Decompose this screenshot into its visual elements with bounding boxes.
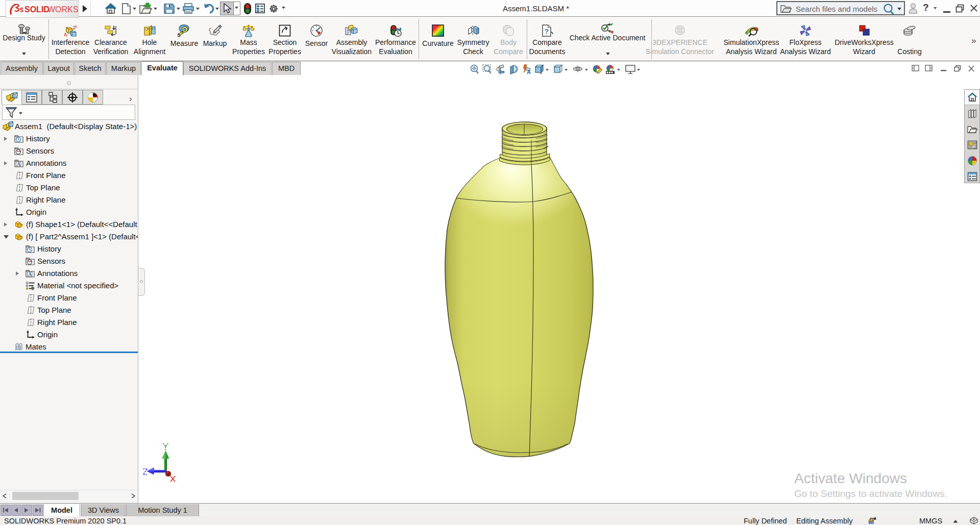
svg-text:A: A: [17, 162, 20, 167]
svg-text:A: A: [28, 272, 32, 277]
svg-text:WORKS: WORKS: [47, 5, 78, 14]
svg-text:SOLID: SOLID: [24, 5, 50, 14]
svg-text:A: A: [527, 69, 531, 75]
svg-text:?: ?: [545, 28, 549, 35]
svg-text:!: !: [870, 518, 871, 521]
